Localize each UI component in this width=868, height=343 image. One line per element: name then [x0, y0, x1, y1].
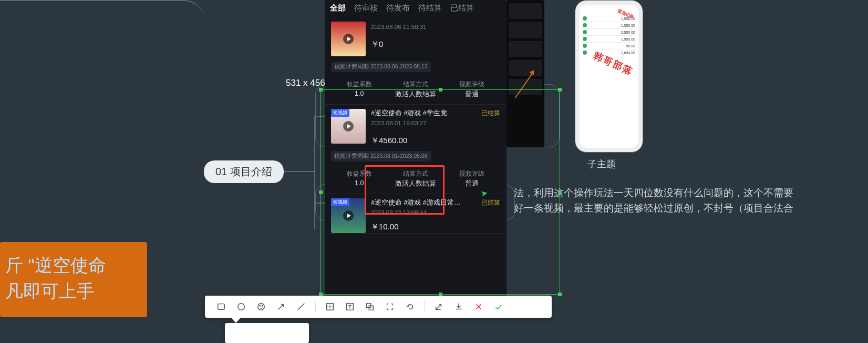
svg-point-1 [238, 304, 245, 310]
mindmap-orange-node[interactable]: 斤 "逆空使命 凡即可上手 [0, 242, 147, 317]
tab-all[interactable]: 全部 [330, 3, 346, 13]
tab-pending-settle[interactable]: 待结算 [418, 3, 442, 13]
text: 凡即可上手 [5, 278, 131, 304]
resize-handle[interactable] [439, 88, 442, 92]
resize-handle[interactable] [558, 190, 562, 194]
phone-row: 98.00 [582, 43, 636, 49]
emoji-tool[interactable] [252, 298, 270, 316]
phone-row: 2,000.00 [582, 29, 636, 36]
video-thumb[interactable] [331, 22, 366, 56]
confirm-tool[interactable] [490, 298, 508, 316]
phone-row: 1,500.00 [582, 36, 636, 43]
text: 斤 "逆空使命 [5, 253, 131, 278]
resize-handle[interactable] [558, 88, 562, 92]
phone-row: 1,500.00 [582, 22, 636, 29]
svg-rect-0 [218, 304, 225, 310]
tab-pending-review[interactable]: 待审核 [354, 3, 378, 13]
undo-tool[interactable] [401, 298, 419, 316]
ocr-tool[interactable] [381, 298, 399, 316]
amount: ￥0 [371, 39, 500, 49]
tab-settled[interactable]: 已结算 [450, 3, 474, 13]
resize-handle[interactable] [319, 88, 323, 92]
cancel-tool[interactable] [470, 298, 488, 316]
ellipse-tool[interactable] [232, 298, 250, 316]
tab-bar: 全部 待审核 待发布 待结算 已结算 [325, 0, 507, 17]
svg-point-4 [262, 305, 263, 306]
toolbar-caret [231, 318, 241, 323]
svg-rect-5 [327, 304, 334, 310]
resize-handle[interactable] [319, 190, 323, 194]
mindmap-root-node[interactable]: 01 项目介绍 [204, 160, 284, 183]
arrow-tool[interactable] [272, 298, 290, 316]
mosaic-tool[interactable] [321, 298, 339, 316]
tool-options-popup[interactable] [225, 323, 309, 343]
rect-tool[interactable] [212, 298, 230, 316]
svg-point-3 [260, 305, 260, 306]
mindmap-subtopic-label[interactable]: 子主题 [587, 158, 616, 170]
play-icon [343, 34, 354, 44]
separator [315, 301, 316, 312]
separator [424, 301, 425, 312]
annotation-rect[interactable] [365, 165, 445, 215]
tab-pending-publish[interactable]: 待发布 [386, 3, 410, 13]
share-tool[interactable] [430, 298, 448, 316]
screenshot-toolbar [205, 296, 552, 318]
billing-period: 视频计费周期 2023.08.06-2023.08.13 [331, 62, 431, 72]
pin-tool[interactable] [361, 298, 379, 316]
resize-handle[interactable] [558, 292, 562, 296]
selection-dimensions: 531 x 456 [286, 78, 325, 88]
svg-point-2 [258, 304, 265, 310]
phone-mock: 提现记录 1,500.00 1,500.00 2,000.00 1,500.00… [575, 0, 643, 153]
text-tool[interactable] [341, 298, 359, 316]
save-tool[interactable] [450, 298, 468, 316]
timestamp: 2023.08.06 11:50:31 [371, 24, 500, 30]
pen-tool[interactable] [292, 298, 310, 316]
